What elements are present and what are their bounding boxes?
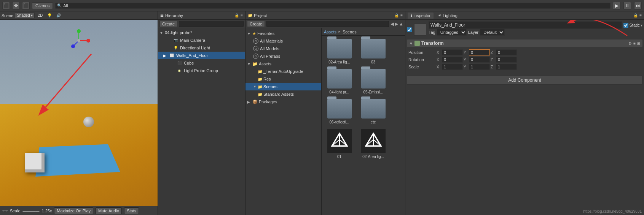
object-name-input[interactable]: Walls_And_Floor <box>429 21 622 29</box>
project-title: Project <box>254 13 267 18</box>
scale-slider[interactable]: ———— <box>23 209 40 213</box>
hierarchy-item-directional-light[interactable]: 💡 Directional Light <box>158 44 245 52</box>
inspector-settings-icon[interactable]: ≡ <box>639 13 642 17</box>
terrain-folder-icon: 📁 <box>258 70 262 74</box>
transform-component-header[interactable]: ▼ Transform ⚙ ≡ ⊞ <box>407 40 642 47</box>
asset-folder-06-reflecti[interactable]: 06-reflecti... <box>323 97 355 126</box>
scene-collapse-arrow: ▼ <box>159 31 165 35</box>
static-dropdown-arrow[interactable]: ▾ <box>641 23 642 27</box>
transform-extra-icon[interactable]: ⊞ <box>637 41 640 46</box>
rotation-y-input[interactable]: 0 <box>469 57 490 63</box>
lighting-tab[interactable]: ☀ Lighting <box>435 13 461 19</box>
project-nav-forward[interactable]: ▶ <box>395 21 398 27</box>
top-toolbar: ⬛ ✥ ⬛ Gizmos 🔍 All ▶ ⏸ ⏭ <box>0 0 644 11</box>
favorites-expand: ▼ <box>247 32 252 36</box>
layer-select[interactable]: Default <box>480 29 505 36</box>
breadcrumb-assets[interactable]: Assets <box>324 30 336 34</box>
tag-select[interactable]: Untagged <box>437 29 467 36</box>
all-models-label: All Models <box>260 46 279 51</box>
tree-scenes[interactable]: ▼ 📁 Scenes <box>245 83 321 90</box>
rotation-fields: X 0 Y 0 Z 0 <box>437 57 641 63</box>
scene-tab-label: Scene <box>2 13 13 18</box>
mode-2d[interactable]: 2D <box>36 13 44 18</box>
hierarchy-item-main-camera[interactable]: 📷 Main Camera <box>158 36 245 44</box>
folder-label-unity-01: 01 <box>337 155 341 159</box>
tree-all-materials[interactable]: Q All Materials <box>245 37 321 45</box>
folder-icon-03 <box>361 39 386 58</box>
rotation-x-input[interactable]: 0 <box>442 57 463 63</box>
tree-standard-assets[interactable]: 📁 Standard Assets <box>245 90 321 98</box>
position-z-input[interactable]: 0 <box>496 49 517 55</box>
asset-unity-01[interactable]: 01 <box>323 127 355 160</box>
tree-assets-group[interactable]: ▼ 📁 Assets <box>245 60 321 68</box>
inspector-tab[interactable]: ℹ Inspector <box>408 13 434 19</box>
tree-terrain-upgrade[interactable]: 📁 _TerrainAutoUpgrade <box>245 68 321 75</box>
breadcrumb-scenes[interactable]: Scenes <box>343 30 357 34</box>
tree-favorites-group[interactable]: ▼ ★ Favorites <box>245 30 321 37</box>
project-create-button[interactable]: Create <box>247 21 265 27</box>
hierarchy-item-light-probe-group[interactable]: ◉ Light Probe Group <box>158 67 245 74</box>
stats-button[interactable]: Stats <box>124 207 139 214</box>
asset-folder-etc[interactable]: etc <box>357 97 389 126</box>
rotation-z-input[interactable]: 0 <box>496 57 517 63</box>
tree-res[interactable]: 📁 Res <box>245 75 321 83</box>
hierarchy-scene-root[interactable]: ▼ 04-light probe* <box>158 29 245 36</box>
gizmos-button[interactable]: Gizmos <box>32 2 53 9</box>
object-name-area: Walls_And_Floor Static ▾ Tag Untagged La… <box>429 21 642 38</box>
transform-icon <box>414 41 420 46</box>
asset-folder-04-light[interactable]: 04-light pr... <box>323 67 355 96</box>
scale-x-input[interactable]: 1 <box>442 64 463 70</box>
hierarchy-menu: 🔒 ≡ <box>234 13 243 17</box>
hierarchy-content: ▼ 04-light probe* 📷 Main Camera 💡 Direct… <box>158 28 245 215</box>
hierarchy-search-input[interactable] <box>179 21 244 27</box>
asset-folder-05-emissi[interactable]: 05-Emissi... <box>357 67 389 96</box>
static-checkbox[interactable] <box>623 23 628 28</box>
folder-label-etc: etc <box>371 120 376 124</box>
tree-packages-group[interactable]: ▶ 📦 Packages <box>245 98 321 106</box>
step-button[interactable]: ⏭ <box>634 2 642 9</box>
position-x-input[interactable]: 0 <box>442 49 463 55</box>
scenes-label: Scenes <box>263 84 277 89</box>
asset-folder-03[interactable]: 03 <box>357 37 389 66</box>
mute-audio-button[interactable]: Mute Audio <box>96 207 122 214</box>
project-nav-up[interactable]: ▲ <box>399 21 403 27</box>
transform-settings-icon[interactable]: ⚙ <box>628 41 632 46</box>
hierarchy-item-walls-and-floor[interactable]: ▶ ⬜ Walls_And_Floor <box>158 52 245 59</box>
pause-button[interactable]: ⏸ <box>623 2 631 9</box>
toolbar-icon-1[interactable]: ⬛ <box>2 2 10 9</box>
hierarchy-create-button[interactable]: Create <box>159 21 177 27</box>
toolbar-icon-2[interactable]: ✥ <box>12 2 20 9</box>
transform-collapse-arrow: ▼ <box>409 41 413 46</box>
play-button[interactable]: ▶ <box>613 2 620 9</box>
cube-label: Cube <box>184 61 194 65</box>
project-nav-back[interactable]: ◀ <box>391 21 394 27</box>
unity-logo-02-area <box>365 133 382 149</box>
scene-canvas[interactable] <box>0 20 158 206</box>
maximize-on-play-button[interactable]: Maximize On Play <box>54 207 93 214</box>
tree-all-prefabs[interactable]: Q All Prefabs <box>245 52 321 60</box>
folder-icon-05-emissi <box>361 69 386 89</box>
scale-z-input[interactable]: 1 <box>496 64 517 70</box>
hierarchy-settings-icon[interactable]: ≡ <box>241 13 243 17</box>
transform-menu-icon[interactable]: ≡ <box>633 41 636 46</box>
add-component-button[interactable]: Add Component <box>407 76 642 85</box>
object-active-checkbox[interactable] <box>407 27 412 32</box>
audio-toggle[interactable]: 🔊 <box>55 13 62 18</box>
shading-dropdown[interactable]: Shaded ▾ <box>15 13 35 18</box>
res-label: Res <box>263 77 271 81</box>
project-search-input[interactable] <box>266 21 389 27</box>
lighting-toggle[interactable]: 💡 <box>46 13 53 18</box>
position-y-input[interactable]: 0 <box>469 49 490 55</box>
transform-title: Transform <box>421 41 444 46</box>
svg-point-4 <box>86 39 90 43</box>
project-settings-icon[interactable]: ≡ <box>400 13 403 17</box>
asset-folder-02-area-lig[interactable]: 02-Area lig... <box>323 37 355 66</box>
scale-y-input[interactable]: 1 <box>469 64 490 70</box>
toolbar-icon-3[interactable]: ⬛ <box>22 2 30 9</box>
asset-unity-02-area[interactable]: 02-Area lig... <box>357 127 389 160</box>
tree-all-models[interactable]: Q All Models <box>245 45 321 52</box>
position-x-label: X <box>437 51 441 55</box>
hierarchy-item-cube[interactable]: ⬛ Cube <box>158 59 245 67</box>
terrain-upgrade-label: _TerrainAutoUpgrade <box>263 69 303 74</box>
scene-toolbar: Scene Shaded ▾ 2D 💡 🔊 <box>0 11 158 20</box>
